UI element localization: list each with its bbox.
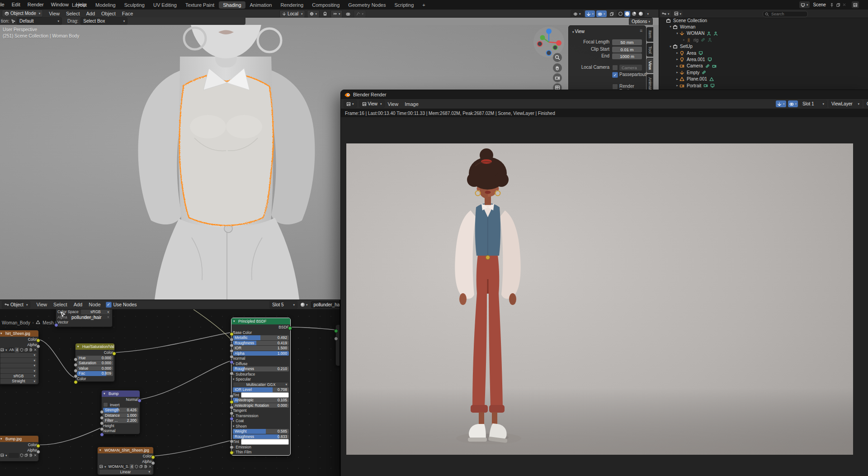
render-region-checkbox[interactable]	[612, 84, 618, 90]
camera-icon[interactable]	[712, 64, 717, 68]
render-menu-view[interactable]: View	[385, 101, 402, 107]
section-transmission[interactable]: ▸Transmission	[233, 414, 289, 419]
clip-end-field[interactable]: 1000 m	[612, 53, 642, 59]
shader-menu-select[interactable]: Select	[50, 302, 71, 307]
visibility-dropdown[interactable]: ▾	[571, 10, 584, 18]
gizmos-toggle[interactable]: ▾	[585, 10, 595, 17]
color-tint[interactable]: Tint	[233, 393, 289, 398]
section-specular[interactable]: ▾Specular	[233, 377, 289, 382]
outliner-search[interactable]	[763, 11, 808, 17]
render-pass-dropdown[interactable]: Comb	[864, 100, 868, 108]
topbar-menu-edit[interactable]: Edit	[8, 0, 24, 10]
material-slot-dropdown[interactable]: Slot 5▾	[269, 301, 297, 309]
camera-icon[interactable]	[703, 83, 708, 88]
render-slot-dropdown[interactable]: Slot 1▾	[800, 100, 827, 108]
expand-toggle[interactable]: ▸	[675, 84, 679, 87]
volume-input-socket[interactable]	[334, 337, 338, 341]
workspace-tab-texture-paint[interactable]: Texture Paint	[181, 1, 218, 9]
socket-in-hue[interactable]	[74, 357, 78, 362]
active-tool-icon[interactable]	[9, 18, 17, 24]
section-emission[interactable]: ▸Emission	[233, 445, 289, 450]
output-alpha[interactable]: Alpha	[0, 448, 37, 453]
tool-preset-dropdown[interactable]: Default▾	[17, 17, 62, 25]
expand-toggle[interactable]: ▾	[668, 25, 673, 29]
slider-ior[interactable]: IOR1.500	[233, 346, 289, 351]
expand-toggle[interactable]: ▸	[675, 51, 679, 55]
local-camera-field[interactable]: Camera	[619, 65, 642, 71]
slider-roughness[interactable]: Roughness0.833	[233, 434, 289, 439]
render-result-window[interactable]: Blender Render ▾View▾ViewImage▾▾Slot 1▾V…	[340, 90, 868, 476]
color-swatch[interactable]	[241, 392, 289, 398]
workspace-tab-sculpting[interactable]: Sculpting	[120, 1, 149, 9]
shader-type-dropdown[interactable]: Object▾	[2, 301, 30, 309]
slider-roughness[interactable]: Roughness0.419	[233, 341, 289, 346]
add-workspace-button[interactable]: +	[418, 1, 429, 9]
color-swatch[interactable]	[241, 439, 289, 445]
slider-filter-[interactable]: Filter ...2.200	[103, 418, 138, 423]
image-browse-button[interactable]: ▾	[99, 464, 107, 469]
render-gizmos-toggle[interactable]: ▾	[776, 100, 786, 107]
socket-out-color[interactable]	[112, 352, 116, 356]
outliner-row-setup[interactable]: ▾SetUp	[668, 43, 693, 50]
socket-in-normal[interactable]	[230, 360, 234, 364]
socket-in-height[interactable]	[100, 427, 104, 431]
node-title[interactable]: Hue/Saturation/Value	[75, 343, 114, 350]
output-normal[interactable]: Normal	[103, 397, 138, 402]
person-icon[interactable]	[708, 38, 712, 42]
outliner-filter-dropdown[interactable]: ▾	[673, 10, 683, 17]
x-icon[interactable]	[148, 465, 152, 468]
socket-out-color[interactable]	[36, 444, 40, 448]
vector-input-socket[interactable]	[54, 323, 58, 327]
workspace-tab-scripting[interactable]: Scripting	[390, 1, 418, 9]
image-selector[interactable]: ▾WOMAN_S...4	[99, 464, 152, 469]
dropdown-linear[interactable]: Linear▾	[99, 470, 152, 475]
panel-menu-icon[interactable]: =	[640, 29, 642, 33]
output-alpha[interactable]: Alpha	[99, 459, 152, 464]
socket-in-roughness[interactable]	[230, 371, 234, 376]
socket-out-color[interactable]	[151, 455, 155, 459]
snap-with-dropdown[interactable]: ▾	[330, 10, 343, 18]
viewport-menu-face[interactable]: Face	[119, 11, 136, 16]
workspace-tab-rendering[interactable]: Rendering	[276, 1, 307, 9]
outliner-row-portrait[interactable]: ▸Portrait	[675, 82, 715, 89]
socket-in-fac[interactable]	[74, 374, 78, 378]
link-icon[interactable]	[701, 38, 705, 42]
outliner-display-mode-dropdown[interactable]: ▾	[660, 10, 671, 17]
expand-toggle[interactable]: ▾	[675, 32, 679, 35]
socket-in-normal[interactable]	[100, 433, 104, 437]
material-browse-button[interactable]: ▾	[299, 301, 309, 308]
output-color[interactable]: Color	[0, 443, 37, 447]
dropdown-multiscatter-ggx[interactable]: Multiscatter GGX▾	[233, 382, 289, 387]
socket-in-roughness[interactable]	[230, 343, 234, 347]
render-result-image[interactable]	[346, 143, 853, 455]
shading-material-preview-button[interactable]	[631, 11, 637, 17]
clip-start-field[interactable]: 0.01 m	[612, 47, 642, 52]
viewport-camera-view-button[interactable]	[553, 73, 562, 82]
shader-menu-node[interactable]: Node	[85, 302, 104, 307]
socket-in-tangent[interactable]	[230, 417, 234, 421]
node-bump[interactable]: BumpNormalInvertStrength0.426Distance1.0…	[101, 390, 140, 434]
expand-toggle[interactable]: ▾	[668, 45, 673, 48]
shading-rendered-button[interactable]	[638, 11, 644, 17]
object-mode-dropdown[interactable]: Object Mode▾	[2, 10, 43, 17]
image-users-count[interactable]: 4	[130, 464, 134, 469]
socket-in-color[interactable]	[74, 380, 78, 384]
output-color[interactable]: Color	[0, 337, 37, 342]
slider-ior-level[interactable]: IOR Level0.708	[233, 387, 289, 392]
image-name[interactable]: AN_S..	[9, 347, 14, 352]
view-panel-title[interactable]: ▾ View	[572, 29, 585, 34]
material-name-field[interactable]: pollunder_hair	[311, 301, 340, 308]
xray-toggle[interactable]	[608, 10, 615, 17]
slider-weight[interactable]: Weight0.585	[233, 429, 289, 434]
local-camera-checkbox[interactable]	[612, 65, 618, 71]
sidebar-tab-tool[interactable]: Tool	[646, 43, 653, 57]
input-normal[interactable]: Normal	[233, 356, 289, 361]
workspace-tab-uv-editing[interactable]: UV Editing	[149, 1, 181, 9]
render-window-titlebar[interactable]: Blender Render	[341, 90, 868, 99]
socket-in-tint[interactable]	[230, 451, 234, 455]
workspace-tab-geometry-nodes[interactable]: Geometry Nodes	[344, 1, 390, 9]
shield-icon[interactable]	[135, 465, 138, 468]
socket-in-anisotropic-rotation[interactable]	[230, 411, 234, 415]
input-height[interactable]: Height	[103, 424, 138, 428]
workspace-tab-layout[interactable]: Layout	[68, 1, 91, 9]
